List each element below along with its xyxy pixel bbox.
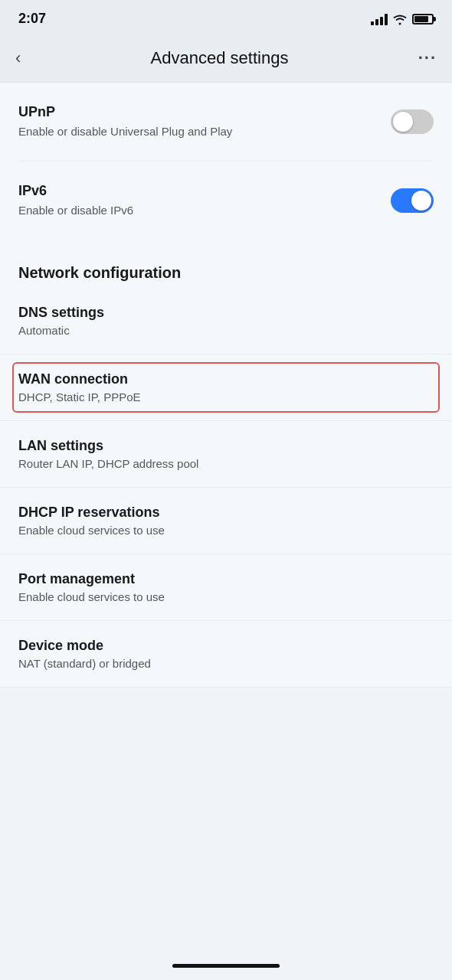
wan-connection-item[interactable]: WAN connection DHCP, Static IP, PPPoE [0,354,452,421]
upnp-desc: Enable or disable Universal Plug and Pla… [18,123,375,139]
upnp-toggle-thumb [393,112,413,132]
ipv6-desc: Enable or disable IPv6 [18,202,375,218]
lan-desc: Router LAN IP, DHCP address pool [18,457,434,470]
app-bar: ‹ Advanced settings ··· [0,34,452,83]
dhcp-desc: Enable cloud services to use [18,524,434,537]
nav-items-list: DNS settings Automatic WAN connection DH… [0,288,452,688]
upnp-toggle[interactable] [391,109,434,134]
dhcp-reservations-item[interactable]: DHCP IP reservations Enable cloud servic… [0,488,452,554]
ipv6-toggle[interactable] [391,188,434,213]
port-desc: Enable cloud services to use [18,590,434,603]
upnp-setting: UPnP Enable or disable Universal Plug an… [18,83,434,162]
status-icons [371,13,434,25]
battery-icon [412,14,434,24]
network-section-title: Network configuration [18,264,434,282]
port-management-item[interactable]: Port management Enable cloud services to… [0,554,452,621]
wan-desc: DHCP, Static IP, PPPoE [18,390,434,403]
back-button[interactable]: ‹ [15,45,27,71]
wan-title: WAN connection [18,371,434,387]
ipv6-setting: IPv6 Enable or disable IPv6 [18,162,434,240]
ipv6-toggle-track [391,188,434,213]
more-button[interactable]: ··· [412,45,437,71]
page-title: Advanced settings [27,48,411,68]
dhcp-title: DHCP IP reservations [18,505,434,521]
upnp-toggle-track [391,109,434,134]
dns-settings-item[interactable]: DNS settings Automatic [0,288,452,354]
dns-desc: Automatic [18,324,434,337]
wifi-icon [392,13,408,25]
device-title: Device mode [18,638,434,654]
network-section-header: Network configuration [0,240,452,288]
port-title: Port management [18,571,434,587]
ipv6-title: IPv6 [18,183,375,199]
home-indicator [172,964,280,968]
status-time: 2:07 [18,11,46,27]
lan-title: LAN settings [18,438,434,454]
signal-icon [371,13,388,25]
upnp-title: UPnP [18,104,375,120]
status-bar: 2:07 [0,0,452,34]
device-desc: NAT (standard) or bridged [18,657,434,670]
dns-title: DNS settings [18,305,434,321]
ipv6-toggle-thumb [411,191,431,211]
device-mode-item[interactable]: Device mode NAT (standard) or bridged [0,621,452,688]
toggle-settings-section: UPnP Enable or disable Universal Plug an… [0,83,452,240]
lan-settings-item[interactable]: LAN settings Router LAN IP, DHCP address… [0,421,452,488]
